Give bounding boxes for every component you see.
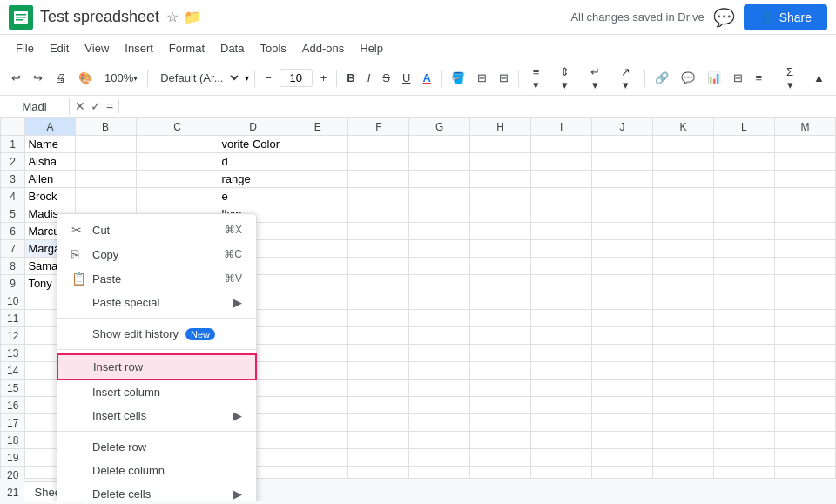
cell[interactable] — [592, 292, 653, 310]
cell[interactable] — [287, 449, 348, 467]
cell[interactable] — [653, 397, 714, 414]
align-button[interactable]: ≡ ▾ — [524, 63, 549, 94]
cell[interactable] — [653, 205, 714, 223]
cell[interactable] — [774, 362, 835, 380]
cell[interactable] — [348, 310, 409, 327]
cell[interactable] — [653, 414, 714, 432]
cell[interactable] — [470, 292, 531, 310]
cell[interactable] — [592, 327, 653, 345]
cell[interactable] — [348, 205, 409, 223]
cell[interactable] — [287, 188, 348, 205]
share-button[interactable]: 👤 Share — [744, 4, 827, 30]
cell[interactable] — [409, 136, 470, 153]
cell[interactable] — [774, 205, 835, 223]
cell[interactable] — [409, 292, 470, 310]
link-button[interactable]: 🔗 — [651, 69, 673, 87]
cell[interactable] — [531, 171, 592, 188]
cell[interactable] — [653, 310, 714, 327]
chart-button[interactable]: 📊 — [703, 69, 725, 87]
cell[interactable] — [470, 223, 531, 240]
cell[interactable] — [470, 258, 531, 275]
cell[interactable] — [713, 258, 774, 275]
cell[interactable] — [287, 223, 348, 240]
cell[interactable] — [409, 397, 470, 414]
col-header-k[interactable]: K — [653, 118, 714, 136]
cell[interactable] — [409, 380, 470, 397]
ctx-delete-cells[interactable]: Delete cells ▶ — [57, 482, 256, 501]
cell[interactable] — [592, 258, 653, 275]
font-size-input[interactable] — [280, 69, 313, 87]
cell[interactable] — [531, 362, 592, 380]
cell[interactable] — [75, 188, 136, 205]
cell[interactable] — [531, 345, 592, 362]
cell[interactable] — [470, 327, 531, 345]
cell[interactable] — [348, 414, 409, 432]
cell[interactable] — [713, 310, 774, 327]
cell[interactable] — [713, 449, 774, 467]
cell[interactable] — [713, 223, 774, 240]
cell[interactable] — [592, 240, 653, 258]
cell[interactable] — [348, 327, 409, 345]
cell[interactable] — [287, 432, 348, 449]
cell[interactable] — [409, 275, 470, 292]
cell[interactable] — [713, 327, 774, 345]
menu-edit[interactable]: Edit — [43, 38, 76, 58]
cell[interactable] — [470, 310, 531, 327]
cell[interactable] — [470, 380, 531, 397]
cell[interactable] — [774, 292, 835, 310]
cell[interactable] — [774, 136, 835, 153]
cell[interactable] — [409, 327, 470, 345]
ctx-insert-row[interactable]: Insert row — [57, 353, 257, 380]
cell[interactable]: e — [219, 188, 287, 205]
col-header-e[interactable]: E — [287, 118, 348, 136]
col-header-c[interactable]: C — [136, 118, 219, 136]
cell[interactable] — [470, 275, 531, 292]
cell[interactable] — [653, 327, 714, 345]
col-header-i[interactable]: I — [531, 118, 592, 136]
cell[interactable] — [774, 153, 835, 171]
cell[interactable] — [592, 397, 653, 414]
cell[interactable] — [774, 258, 835, 275]
ctx-paste-special[interactable]: Paste special ▶ — [57, 291, 256, 314]
cell[interactable] — [409, 188, 470, 205]
cell[interactable] — [287, 240, 348, 258]
cell[interactable] — [75, 153, 136, 171]
cell[interactable] — [713, 432, 774, 449]
cell[interactable] — [774, 240, 835, 258]
cell[interactable] — [287, 397, 348, 414]
cell[interactable] — [774, 432, 835, 449]
cell[interactable] — [409, 171, 470, 188]
fill-color-button[interactable]: 🪣 — [447, 69, 469, 87]
paint-format-button[interactable]: 🎨 — [74, 69, 97, 87]
italic-button[interactable]: I — [363, 69, 375, 87]
cell[interactable] — [409, 240, 470, 258]
cell[interactable] — [653, 223, 714, 240]
cell[interactable] — [653, 258, 714, 275]
cell[interactable] — [713, 380, 774, 397]
col-header-d[interactable]: D — [219, 118, 287, 136]
cell[interactable] — [287, 205, 348, 223]
print-button[interactable]: 🖨 — [51, 69, 71, 87]
bold-button[interactable]: B — [342, 69, 359, 87]
cell[interactable] — [287, 414, 348, 432]
cell[interactable]: d — [219, 153, 287, 171]
cell[interactable] — [287, 327, 348, 345]
undo-button[interactable]: ↩ — [7, 69, 25, 87]
cell[interactable] — [409, 223, 470, 240]
cell[interactable] — [136, 136, 219, 153]
merge-cells-button[interactable]: ⊟ — [495, 69, 513, 87]
cell[interactable] — [409, 205, 470, 223]
cell[interactable] — [348, 449, 409, 467]
ctx-copy[interactable]: ⎘ Copy ⌘C — [57, 242, 256, 266]
cell[interactable] — [531, 275, 592, 292]
cell[interactable] — [470, 414, 531, 432]
cell[interactable] — [531, 240, 592, 258]
cell[interactable] — [470, 171, 531, 188]
cell[interactable] — [348, 380, 409, 397]
folder-icon[interactable]: 📁 — [184, 9, 201, 25]
cell[interactable]: Allen — [25, 171, 75, 188]
cell[interactable] — [348, 223, 409, 240]
cell[interactable] — [592, 432, 653, 449]
col-header-l[interactable]: L — [713, 118, 774, 136]
font-family-select[interactable]: Default (Ar... — [153, 69, 241, 87]
